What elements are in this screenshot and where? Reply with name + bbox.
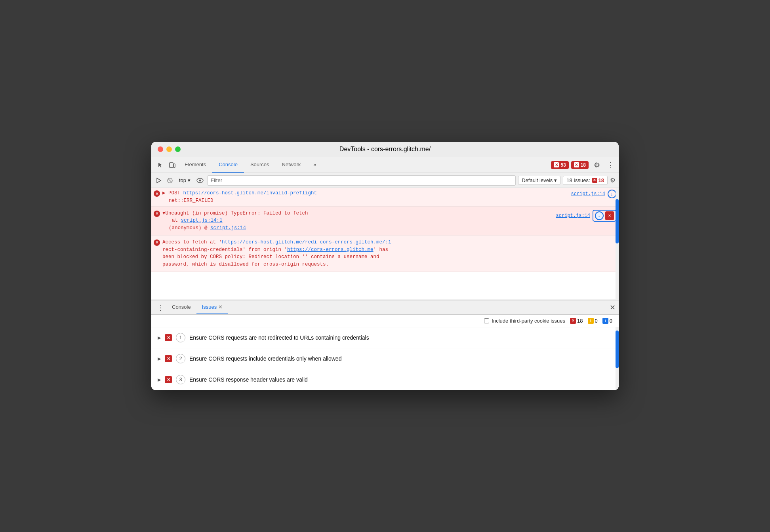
issue-1-arrow: ▶ [158, 335, 161, 340]
script-link-1[interactable]: script.js:14 [571, 191, 605, 197]
issue-3-num: 3 [176, 375, 185, 384]
error-x-icon: ✕ [554, 162, 559, 167]
info-count-icon: i [602, 318, 608, 324]
issue-3-error-icon: ✕ [165, 376, 172, 383]
warn-count-icon: ! [588, 318, 594, 324]
issue-item-2[interactable]: ▶ ✕ 2 Ensure CORS requests include crede… [151, 348, 619, 369]
third-party-checkbox[interactable] [484, 318, 489, 323]
svg-rect-1 [173, 164, 175, 167]
action-icons-highlighted: ↓ ✕ [593, 210, 616, 222]
settings-icon[interactable]: ⚙ [591, 159, 603, 171]
tab-elements[interactable]: Elements [178, 157, 212, 173]
close-issues-tab-button[interactable]: ✕ [218, 304, 223, 310]
toolbar-right: ✕ 53 ✕ 18 ⚙ ⋮ [551, 159, 616, 171]
issue-1-num: 1 [176, 333, 185, 342]
issues-scrollbar-thumb[interactable] [616, 331, 619, 368]
origin-link[interactable]: https://cors-errors.glitch.me [287, 247, 374, 253]
issues-badge: ✕ 18 [592, 177, 604, 183]
error-icon-1: ✕ [154, 190, 160, 197]
warn-count-badge[interactable]: ✕ 18 [571, 161, 589, 169]
maximize-button[interactable] [175, 146, 181, 152]
issue-2-error-icon: ✕ [165, 355, 172, 362]
block-button[interactable] [166, 176, 174, 185]
close-button[interactable] [158, 146, 163, 152]
bottom-more-icon[interactable]: ⋮ [154, 302, 166, 314]
tab-sources[interactable]: Sources [244, 157, 276, 173]
close-bottom-panel-button[interactable]: ✕ [610, 303, 616, 312]
issue-item-1[interactable]: ▶ ✕ 1 Ensure CORS requests are not redir… [151, 327, 619, 348]
issues-count-x-icon: ✕ [570, 318, 576, 324]
console-toolbar: top ▾ Default levels ▾ 18 Issues: ✕ 18 ⚙ [151, 173, 619, 188]
svg-point-6 [199, 179, 201, 181]
issue-1-text: Ensure CORS requests are not redirected … [189, 334, 369, 341]
context-selector[interactable]: top ▾ [177, 176, 193, 184]
traffic-lights [158, 146, 181, 152]
console-row-3-content: Access to fetch at 'https://cors-host.gl… [162, 239, 616, 268]
svg-rect-0 [170, 163, 173, 167]
warn-x-icon: ✕ [574, 162, 579, 167]
download-icon-2[interactable]: ↓ [595, 211, 604, 220]
tab-bottom-console[interactable]: Console [166, 300, 196, 314]
console-row-uncaught: ✕ ▼Uncaught (in promise) TypeError: Fail… [151, 207, 619, 236]
scrollbar-thumb[interactable] [616, 199, 619, 243]
main-toolbar: Elements Console Sources Network » ✕ 53 … [151, 157, 619, 173]
issues-filter-bar: Include third-party cookie issues ✕ 18 !… [151, 315, 619, 327]
console-row-1-meta: script.js:14 ↓ [571, 190, 616, 198]
eye-button[interactable] [195, 176, 205, 185]
issue-1-error-icon: ✕ [165, 334, 172, 341]
console-settings-icon[interactable]: ⚙ [610, 177, 616, 184]
error-icon-2: ✕ [154, 211, 160, 217]
issue-item-3[interactable]: ▶ ✕ 3 Ensure CORS response header values… [151, 369, 619, 390]
error-count-badge[interactable]: ✕ 53 [551, 161, 568, 169]
console-row-cors: ✕ Access to fetch at 'https://cors-host.… [151, 236, 619, 272]
clear-console-button[interactable] [154, 176, 163, 185]
third-party-checkbox-label[interactable]: Include third-party cookie issues [484, 318, 565, 324]
tab-console[interactable]: Console [212, 157, 244, 173]
more-menu-icon[interactable]: ⋮ [605, 159, 616, 171]
svg-line-4 [168, 179, 172, 182]
script-link-2a[interactable]: script.js:14:1 [181, 218, 223, 223]
console-row-post: ✕ ▶ POST https://cors-host.glitch.me/inv… [151, 188, 619, 207]
script-link-2b[interactable]: script.js:14 [210, 225, 246, 231]
scrollbar-track[interactable] [616, 188, 619, 299]
svg-marker-2 [157, 178, 161, 183]
issues-error-count: ✕ 18 [570, 318, 583, 324]
issue-3-arrow: ▶ [158, 377, 161, 382]
devtools-window: DevTools - cors-errors.glitch.me/ Elemen… [151, 142, 619, 390]
device-icon[interactable] [166, 159, 178, 171]
issues-warn-count: ! 0 [588, 318, 598, 324]
bottom-tabs-bar: ⋮ Console Issues ✕ ✕ [151, 300, 619, 315]
cursor-icon[interactable] [154, 159, 166, 171]
main-tab-list: Elements Console Sources Network » [178, 157, 551, 173]
window-title: DevTools - cors-errors.glitch.me/ [339, 146, 431, 153]
issues-list: ▶ ✕ 1 Ensure CORS requests are not redir… [151, 327, 619, 390]
issues-scrollbar-track[interactable] [616, 327, 619, 390]
filter-input[interactable] [207, 175, 516, 186]
issues-info-count: i 0 [602, 318, 612, 324]
tab-bottom-issues[interactable]: Issues ✕ [196, 300, 229, 314]
issue-3-text: Ensure CORS response header values are v… [189, 376, 308, 383]
issue-2-text: Ensure CORS requests include credentials… [189, 355, 341, 362]
issues-button[interactable]: 18 Issues: ✕ 18 [563, 176, 608, 185]
cors-url-link[interactable]: https://cors-host.glitch.me/redi [222, 239, 317, 245]
error-icon-3: ✕ [154, 239, 160, 246]
script-link-2[interactable]: script.js:14 [556, 213, 590, 218]
minimize-button[interactable] [166, 146, 172, 152]
titlebar: DevTools - cors-errors.glitch.me/ [151, 142, 619, 157]
console-row-1-content: ▶ POST https://cors-host.glitch.me/inval… [162, 190, 569, 205]
issues-x-icon: ✕ [592, 178, 597, 183]
console-content: ✕ ▶ POST https://cors-host.glitch.me/inv… [151, 188, 619, 299]
console-row-2-meta: script.js:14 ↓ ✕ [556, 210, 616, 222]
levels-dropdown[interactable]: Default levels ▾ [518, 176, 560, 185]
issue-2-arrow: ▶ [158, 356, 161, 361]
tab-more[interactable]: » [307, 157, 322, 173]
console-row-2-content: ▼Uncaught (in promise) TypeError: Failed… [162, 210, 554, 232]
close-icon-2[interactable]: ✕ [605, 211, 614, 220]
bottom-panel: ⋮ Console Issues ✕ ✕ Include third-party… [151, 300, 619, 390]
tab-network[interactable]: Network [276, 157, 307, 173]
post-url-link[interactable]: https://cors-host.glitch.me/invalid-pref… [183, 190, 317, 196]
cors-errors-link[interactable]: cors-errors.glitch.me/:1 [320, 239, 391, 245]
issue-2-num: 2 [176, 354, 185, 363]
download-icon-1[interactable]: ↓ [608, 190, 616, 198]
